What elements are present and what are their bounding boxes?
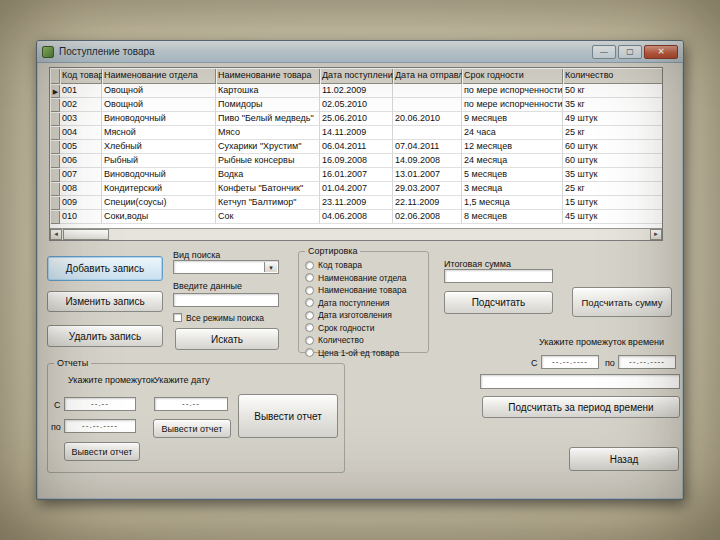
grid-cell: 01.04.2007: [320, 182, 393, 196]
column-header[interactable]: Наименование товара: [216, 68, 320, 84]
grid-cell: 23.11.2009: [320, 196, 393, 210]
modify-record-button[interactable]: Изменить запись: [47, 291, 163, 312]
products-grid[interactable]: Код товараНаименование отделаНаименовани…: [49, 67, 663, 241]
search-type-combobox[interactable]: ▾: [173, 260, 279, 274]
sort-option[interactable]: Дата поступления: [305, 298, 428, 308]
scroll-thumb[interactable]: [63, 229, 109, 240]
delete-record-button[interactable]: Удалить запись: [47, 325, 163, 347]
report-date-input[interactable]: --.--: [154, 397, 228, 411]
report-to-input[interactable]: --.--.----: [64, 419, 136, 433]
calculate-sum-button[interactable]: Подсчитать сумму: [572, 287, 672, 317]
row-selector: [50, 126, 60, 140]
report-range-button[interactable]: Вывести отчет: [64, 442, 140, 461]
scroll-left-icon[interactable]: ◄: [50, 229, 62, 240]
window-title: Поступление товара: [59, 46, 155, 57]
column-header[interactable]: Количество: [563, 68, 663, 84]
sort-option-label: Дата поступления: [318, 298, 389, 308]
scroll-right-icon[interactable]: ►: [650, 229, 662, 240]
table-row[interactable]: ▶001ОвощнойКартошка11.02.2009по мере исп…: [50, 84, 662, 98]
maximize-button-icon[interactable]: ▢: [618, 45, 642, 59]
period-result-input[interactable]: [480, 374, 680, 389]
grid-cell: 24 месяца: [462, 154, 563, 168]
table-row[interactable]: 003ВиноводочныйПиво "Белый медведь"25.06…: [50, 112, 662, 126]
table-row[interactable]: 008КондитерскийКонфеты "Батончик"01.04.2…: [50, 182, 662, 196]
back-button[interactable]: Назад: [569, 447, 679, 471]
total-sum-input[interactable]: [444, 269, 553, 283]
table-row[interactable]: 009Специи(соусы)Кетчуп "Балтимор"23.11.2…: [50, 196, 662, 210]
search-input[interactable]: [173, 293, 279, 307]
sort-option-label: Цена 1-ой ед товара: [318, 348, 399, 358]
period-to-input[interactable]: --.--.----: [618, 355, 676, 369]
table-row[interactable]: 007ВиноводочныйВодка16.01.200713.01.2007…: [50, 168, 662, 182]
report-to-label: по: [51, 422, 61, 432]
radio-button-icon[interactable]: [305, 311, 314, 320]
sort-option-label: Наименование отдела: [318, 273, 407, 283]
grid-cell: 003: [60, 112, 102, 126]
grid-cell: [393, 84, 462, 98]
radio-button-icon[interactable]: [305, 273, 314, 282]
grid-cell: 49 штук: [563, 112, 663, 126]
grid-cell: 04.06.2008: [320, 210, 393, 224]
grid-cell: 22.11.2009: [393, 196, 462, 210]
row-selector: [50, 98, 60, 112]
sort-option[interactable]: Срок годности: [305, 323, 428, 333]
column-header[interactable]: Дата поступления: [320, 68, 393, 84]
sort-option[interactable]: Дата изготовления: [305, 310, 428, 320]
report-range-label: Укажите промежуток: [68, 375, 155, 385]
period-from-input[interactable]: --.--.----: [541, 355, 599, 369]
grid-cell: 006: [60, 154, 102, 168]
title-bar[interactable]: Поступление товара — ▢ ✕: [37, 41, 683, 63]
report-date-button[interactable]: Вывести отчет: [153, 419, 231, 438]
column-header[interactable]: Наименование отдела: [102, 68, 216, 84]
grid-cell: 001: [60, 84, 102, 98]
report-from-input[interactable]: --.--: [64, 397, 136, 411]
grid-horizontal-scrollbar[interactable]: ◄ ►: [50, 228, 662, 240]
sort-option[interactable]: Количество: [305, 335, 428, 345]
radio-button-icon[interactable]: [305, 261, 314, 270]
radio-button-icon[interactable]: [305, 298, 314, 307]
search-input-label: Введите данные: [173, 281, 242, 291]
grid-cell: 002: [60, 98, 102, 112]
grid-cell: Овощной: [102, 98, 216, 112]
column-header[interactable]: Срок годности: [462, 68, 563, 84]
radio-button-icon[interactable]: [305, 323, 314, 332]
grid-cell: 25 кг: [563, 182, 663, 196]
radio-button-icon[interactable]: [305, 286, 314, 295]
column-header[interactable]: Код товара: [60, 68, 102, 84]
search-button[interactable]: Искать: [175, 328, 279, 350]
table-row[interactable]: 010Соки,водыСок04.06.200802.06.20088 мес…: [50, 210, 662, 224]
column-header[interactable]: Дата на отправления: [393, 68, 462, 84]
table-row[interactable]: 006РыбныйРыбные консервы16.09.200814.09.…: [50, 154, 662, 168]
minimize-button-icon[interactable]: —: [592, 45, 616, 59]
sorting-group: Сортировка Код товараНаименование отдела…: [298, 251, 429, 353]
grid-cell: 60 штук: [563, 140, 663, 154]
period-to-label: по: [605, 358, 615, 368]
add-record-button[interactable]: Добавить запись: [47, 256, 163, 281]
table-row[interactable]: 002ОвощнойПомидоры02.05.2010по мере испо…: [50, 98, 662, 112]
sort-option[interactable]: Код товара: [305, 260, 428, 270]
table-row[interactable]: 004МяснойМясо14.11.200924 часа25 кг: [50, 126, 662, 140]
grid-cell: Водка: [216, 168, 320, 182]
calculate-period-button[interactable]: Подсчитать за период времени: [482, 396, 680, 418]
calculate-button[interactable]: Подсчитать: [444, 291, 553, 314]
grid-cell: 25 кг: [563, 126, 663, 140]
grid-cell: Рыбные консервы: [216, 154, 320, 168]
radio-button-icon[interactable]: [305, 336, 314, 345]
table-row[interactable]: 005ХлебныйСухарики "Хрустим"06.04.201107…: [50, 140, 662, 154]
row-selector: [50, 140, 60, 154]
search-type-label: Вид поиска: [173, 250, 220, 260]
sort-option[interactable]: Цена 1-ой ед товара: [305, 348, 428, 358]
chevron-down-icon[interactable]: ▾: [264, 262, 277, 272]
radio-button-icon[interactable]: [305, 348, 314, 357]
report-all-button[interactable]: Вывести отчет: [238, 394, 338, 438]
sort-option[interactable]: Наименование отдела: [305, 273, 428, 283]
all-modes-checkbox[interactable]: [173, 313, 182, 322]
close-button-icon[interactable]: ✕: [644, 45, 678, 59]
row-selector: [50, 168, 60, 182]
grid-cell: Овощной: [102, 84, 216, 98]
grid-cell: [393, 98, 462, 112]
grid-cell: 06.04.2011: [320, 140, 393, 154]
sort-option[interactable]: Наименование товара: [305, 285, 428, 295]
grid-cell: Виноводочный: [102, 112, 216, 126]
row-selector: [50, 112, 60, 126]
